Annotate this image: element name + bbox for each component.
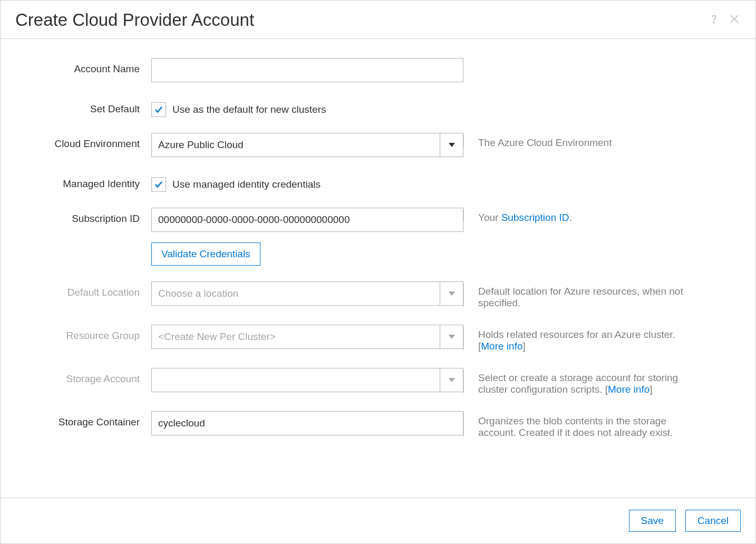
storage-account-select[interactable]: [151, 368, 463, 392]
svg-marker-3: [449, 143, 455, 147]
validate-credentials-button[interactable]: Validate Credentials: [151, 242, 260, 266]
label-validate-spacer: [15, 242, 151, 248]
help-storage-account: Select or create a storage account for s…: [463, 368, 701, 395]
row-resource-group: Resource Group <Create New Per Cluster> …: [15, 325, 741, 352]
resource-group-value: <Create New Per Cluster>: [152, 331, 440, 343]
row-storage-account: Storage Account Select or create a stora…: [15, 368, 741, 395]
cloud-environment-value: Azure Public Cloud: [152, 139, 440, 151]
label-managed-identity: Managed Identity: [15, 173, 151, 190]
dialog-footer: Save Cancel: [1, 498, 755, 543]
svg-point-0: [713, 22, 714, 23]
chevron-down-icon: [440, 282, 463, 305]
dialog-title: Create Cloud Provider Account: [15, 10, 254, 30]
storage-container-input[interactable]: [151, 411, 463, 435]
storage-account-more-info-link[interactable]: More info: [608, 384, 650, 395]
cloud-environment-select[interactable]: Azure Public Cloud: [151, 133, 463, 157]
svg-marker-6: [449, 378, 455, 382]
control-account-name: [151, 58, 463, 82]
managed-identity-checkbox-label: Use managed identity credentials: [172, 179, 321, 190]
row-managed-identity: Managed Identity Use managed identity cr…: [15, 173, 741, 192]
help-subscription-id-prefix: Your: [478, 212, 501, 223]
default-location-value: Choose a location: [152, 288, 440, 299]
header-actions: [707, 12, 741, 28]
label-storage-account: Storage Account: [15, 368, 151, 385]
control-subscription-id: [151, 208, 463, 232]
label-cloud-environment: Cloud Environment: [15, 133, 151, 150]
set-default-checkbox-label: Use as the default for new clusters: [172, 104, 326, 115]
row-cloud-environment: Cloud Environment Azure Public Cloud The…: [15, 133, 741, 157]
set-default-checkbox-row: Use as the default for new clusters: [151, 98, 463, 117]
subscription-id-input[interactable]: [151, 208, 463, 232]
control-set-default: Use as the default for new clusters: [151, 98, 463, 117]
label-resource-group: Resource Group: [15, 325, 151, 342]
cancel-button[interactable]: Cancel: [685, 510, 741, 532]
label-default-location: Default Location: [15, 281, 151, 298]
svg-marker-5: [449, 335, 455, 339]
control-validate: Validate Credentials: [151, 242, 463, 266]
row-account-name: Account Name: [15, 58, 741, 82]
control-resource-group: <Create New Per Cluster>: [151, 325, 463, 349]
control-storage-container: [151, 411, 463, 435]
help-cloud-environment: The Azure Cloud Environment: [463, 133, 701, 149]
help-resource-group-suffix: ]: [522, 341, 525, 352]
resource-group-more-info-link[interactable]: More info: [481, 341, 522, 352]
help-storage-account-suffix: ]: [650, 384, 652, 395]
save-button[interactable]: Save: [629, 510, 676, 532]
set-default-checkbox[interactable]: [151, 102, 166, 117]
managed-identity-checkbox-row: Use managed identity credentials: [151, 173, 463, 192]
managed-identity-checkbox[interactable]: [151, 177, 166, 192]
help-subscription-id: Your Subscription ID.: [463, 208, 701, 224]
chevron-down-icon: [440, 325, 463, 348]
label-subscription-id: Subscription ID: [15, 208, 151, 225]
row-validate: Validate Credentials: [15, 242, 741, 266]
chevron-down-icon: [440, 133, 463, 157]
label-account-name: Account Name: [15, 58, 151, 75]
dialog: Create Cloud Provider Account Account Na…: [0, 0, 756, 544]
dialog-header: Create Cloud Provider Account: [1, 1, 755, 39]
help-default-location: Default location for Azure resources, wh…: [463, 281, 701, 309]
close-icon[interactable]: [728, 13, 741, 28]
row-set-default: Set Default Use as the default for new c…: [15, 98, 741, 117]
help-storage-container: Organizes the blob contents in the stora…: [463, 411, 701, 439]
row-default-location: Default Location Choose a location Defau…: [15, 281, 741, 309]
help-resource-group: Holds related resources for an Azure clu…: [463, 325, 701, 352]
subscription-id-link[interactable]: Subscription ID: [501, 212, 569, 223]
control-default-location: Choose a location: [151, 281, 463, 306]
default-location-select[interactable]: Choose a location: [151, 281, 463, 306]
label-set-default: Set Default: [15, 98, 151, 115]
help-subscription-id-suffix: .: [569, 212, 572, 223]
row-storage-container: Storage Container Organizes the blob con…: [15, 411, 741, 439]
control-storage-account: [151, 368, 463, 392]
control-cloud-environment: Azure Public Cloud: [151, 133, 463, 157]
help-icon[interactable]: [707, 12, 721, 28]
resource-group-select[interactable]: <Create New Per Cluster>: [151, 325, 463, 349]
control-managed-identity: Use managed identity credentials: [151, 173, 463, 192]
label-storage-container: Storage Container: [15, 411, 151, 428]
svg-marker-4: [449, 292, 455, 296]
dialog-body: Account Name Set Default Use as the defa…: [1, 39, 755, 498]
account-name-input[interactable]: [151, 58, 463, 82]
chevron-down-icon: [440, 368, 463, 392]
row-subscription-id: Subscription ID Your Subscription ID.: [15, 208, 741, 232]
